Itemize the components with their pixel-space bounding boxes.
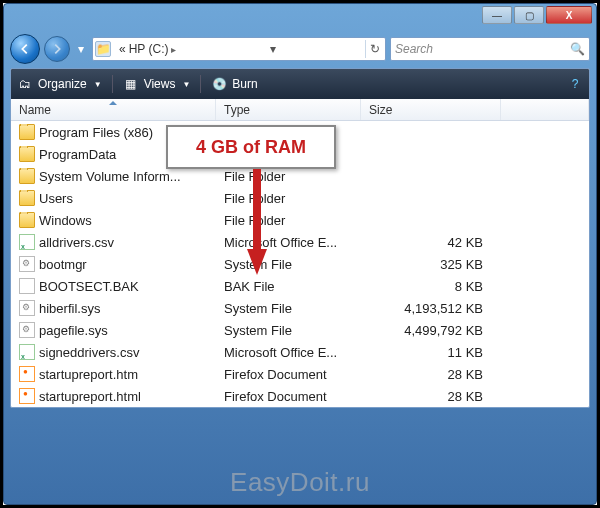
help-icon: ? (567, 76, 583, 92)
chevron-down-icon[interactable]: ▼ (94, 80, 102, 89)
file-name: Users (39, 191, 73, 206)
address-dropdown[interactable]: ▾ (264, 40, 282, 58)
nav-history-dropdown[interactable]: ▾ (74, 42, 88, 56)
organize-button[interactable]: 🗂 Organize ▼ (17, 76, 102, 92)
content-pane: 🗂 Organize ▼ ▦ Views ▼ 💿 Burn ? Name Typ… (10, 68, 590, 408)
table-row[interactable]: UsersFile Folder (11, 187, 589, 209)
file-type: File Folder (216, 169, 361, 184)
maximize-button[interactable]: ▢ (514, 6, 544, 24)
burn-button[interactable]: 💿 Burn (211, 76, 257, 92)
double-chevron-icon: « (119, 42, 126, 56)
file-csv-icon (19, 234, 35, 250)
file-name: hiberfil.sys (39, 301, 100, 316)
breadcrumb-drive[interactable]: HP (C:) (129, 42, 169, 56)
close-button[interactable]: X (546, 6, 592, 24)
chevron-down-icon[interactable]: ▼ (182, 80, 190, 89)
file-sys-icon (19, 256, 35, 272)
titlebar: — ▢ X (4, 4, 596, 32)
file-htm-icon (19, 366, 35, 382)
file-type: System File (216, 323, 361, 338)
column-header-date[interactable] (501, 99, 589, 120)
folder-history-icon[interactable]: 📁 (95, 41, 111, 57)
minimize-button[interactable]: — (482, 6, 512, 24)
file-htm-icon (19, 388, 35, 404)
annotation-callout: 4 GB of RAM (166, 125, 336, 169)
command-bar: 🗂 Organize ▼ ▦ Views ▼ 💿 Burn ? (11, 69, 589, 99)
file-bak-icon (19, 278, 35, 294)
file-size: 11 KB (361, 345, 501, 360)
file-size: 8 KB (361, 279, 501, 294)
file-size: 28 KB (361, 389, 501, 404)
file-type: System File (216, 257, 361, 272)
file-csv-icon (19, 344, 35, 360)
explorer-window: — ▢ X ▾ 📁 « HP (C:) ▸ ▾ ↻ Search 🔍 (3, 3, 597, 505)
table-row[interactable]: startupreport.htmFirefox Document28 KB (11, 363, 589, 385)
folder-icon (19, 212, 35, 228)
file-name: Program Files (x86) (39, 125, 153, 140)
column-header-size[interactable]: Size (361, 99, 501, 120)
file-size: 42 KB (361, 235, 501, 250)
back-button[interactable] (10, 34, 40, 64)
help-button[interactable]: ? (567, 76, 583, 92)
column-header-name[interactable]: Name (11, 99, 216, 120)
address-bar[interactable]: 📁 « HP (C:) ▸ ▾ ↻ (92, 37, 386, 61)
table-row[interactable]: hiberfil.sysSystem File4,193,512 KB (11, 297, 589, 319)
file-name: signeddrivers.csv (39, 345, 139, 360)
column-headers: Name Type Size (11, 99, 589, 121)
table-row[interactable]: pagefile.sysSystem File4,499,792 KB (11, 319, 589, 341)
column-header-type[interactable]: Type (216, 99, 361, 120)
file-type: File Folder (216, 213, 361, 228)
file-name: startupreport.html (39, 389, 141, 404)
search-placeholder: Search (395, 42, 433, 56)
views-button[interactable]: ▦ Views ▼ (123, 76, 191, 92)
file-size: 4,193,512 KB (361, 301, 501, 316)
file-type: Firefox Document (216, 389, 361, 404)
file-size: 325 KB (361, 257, 501, 272)
file-size: 28 KB (361, 367, 501, 382)
nav-row: ▾ 📁 « HP (C:) ▸ ▾ ↻ Search 🔍 (4, 32, 596, 68)
file-name: startupreport.htm (39, 367, 138, 382)
file-name: ProgramData (39, 147, 116, 162)
file-name: pagefile.sys (39, 323, 108, 338)
folder-icon (19, 124, 35, 140)
svg-rect-0 (253, 169, 261, 249)
search-input[interactable]: Search 🔍 (390, 37, 590, 61)
file-list: Program Files (x86)File FolderProgramDat… (11, 121, 589, 407)
views-icon: ▦ (123, 76, 139, 92)
breadcrumb[interactable]: « HP (C:) ▸ (115, 42, 180, 56)
file-type: File Folder (216, 191, 361, 206)
folder-icon (19, 168, 35, 184)
table-row[interactable]: bootmgrSystem File325 KB (11, 253, 589, 275)
file-name: alldrivers.csv (39, 235, 114, 250)
table-row[interactable]: startupreport.htmlFirefox Document28 KB (11, 385, 589, 407)
divider (112, 75, 113, 93)
table-row[interactable]: alldrivers.csvMicrosoft Office E...42 KB (11, 231, 589, 253)
folder-icon (19, 146, 35, 162)
file-size: 4,499,792 KB (361, 323, 501, 338)
refresh-button[interactable]: ↻ (365, 40, 383, 58)
file-type: System File (216, 301, 361, 316)
file-name: bootmgr (39, 257, 87, 272)
file-type: BAK File (216, 279, 361, 294)
search-icon: 🔍 (570, 42, 585, 56)
file-sys-icon (19, 322, 35, 338)
chevron-right-icon[interactable]: ▸ (171, 44, 176, 55)
file-sys-icon (19, 300, 35, 316)
file-type: Microsoft Office E... (216, 345, 361, 360)
annotation-arrow-icon (247, 169, 267, 275)
arrow-right-icon (50, 42, 64, 56)
organize-icon: 🗂 (17, 76, 33, 92)
folder-icon (19, 190, 35, 206)
file-type: Microsoft Office E... (216, 235, 361, 250)
file-name: System Volume Inform... (39, 169, 181, 184)
table-row[interactable]: signeddrivers.csvMicrosoft Office E...11… (11, 341, 589, 363)
file-name: BOOTSECT.BAK (39, 279, 139, 294)
file-name: Windows (39, 213, 92, 228)
forward-button[interactable] (44, 36, 70, 62)
file-type: Firefox Document (216, 367, 361, 382)
arrow-left-icon (18, 42, 32, 56)
table-row[interactable]: WindowsFile Folder (11, 209, 589, 231)
table-row[interactable]: BOOTSECT.BAKBAK File8 KB (11, 275, 589, 297)
burn-icon: 💿 (211, 76, 227, 92)
divider (200, 75, 201, 93)
